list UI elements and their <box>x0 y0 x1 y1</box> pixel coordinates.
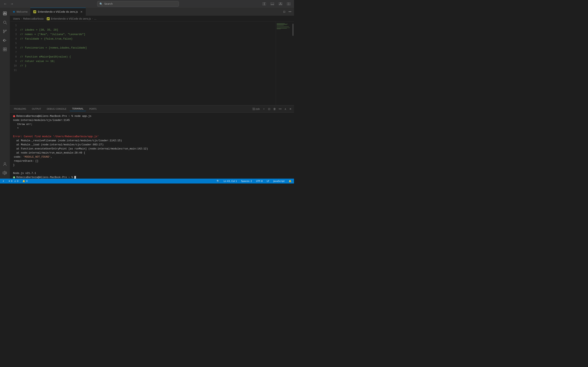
terminal-line-9: at node:internal/main/run_main_module:28… <box>13 151 291 155</box>
search-bar[interactable]: 🔍 Search <box>97 1 179 7</box>
split-editor-button[interactable]: ⊡ <box>282 9 287 14</box>
svg-rect-6 <box>279 4 282 5</box>
editor-container: 1 2 // idades = [30, 35, 28] 3 // nomes … <box>10 22 294 105</box>
activity-bar <box>0 8 10 179</box>
terminal-shell-selector[interactable]: ⬛ zsh <box>251 107 260 111</box>
sidebar-item-source-control[interactable] <box>1 27 9 35</box>
info-icon: 🔔 <box>22 180 25 183</box>
tab-active-file[interactable]: JS Entendendo o VSCode do zero.js ✕ <box>30 8 86 16</box>
terminal-line-5: Error: Cannot find module '/Users/Rebecc… <box>13 134 291 139</box>
layout-btn-3[interactable] <box>278 1 283 7</box>
layout-btn-4[interactable] <box>286 1 292 7</box>
ok-dot <box>13 176 15 178</box>
terminal-line-0: RebeccaBarboza@Allens-MacBook-Pro ~ % no… <box>13 114 291 118</box>
svg-rect-3 <box>271 4 274 5</box>
search-placeholder: Search <box>104 2 113 5</box>
sidebar-item-extensions[interactable] <box>1 45 9 53</box>
status-encoding[interactable]: UTF-8 <box>255 180 263 183</box>
tab-ports[interactable]: PORTS <box>87 107 99 111</box>
code-line-4: 4 // faculdade = {false,true,false} <box>10 37 276 41</box>
nav-back-button[interactable]: ← <box>2 1 8 7</box>
terminal-line-11: requireStack: [] <box>13 159 291 163</box>
svg-point-13 <box>3 21 6 24</box>
error-icon: ✕ <box>8 180 10 183</box>
search-icon: 🔍 <box>99 2 103 6</box>
main-content: ❖ Welcome JS Entendendo o VSCode do zero… <box>10 8 294 179</box>
code-line-10: 10 // } <box>10 64 276 68</box>
breadcrumb-dots[interactable]: ... <box>94 17 96 20</box>
panel: PROBLEMS OUTPUT DEBUG CONSOLE TERMINAL P… <box>10 105 294 179</box>
bell-icon: 🔔 <box>289 180 292 183</box>
svg-rect-23 <box>5 48 7 49</box>
info-count: 0 <box>26 180 27 183</box>
svg-rect-0 <box>263 2 264 5</box>
panel-maximize-button[interactable]: ∧ <box>284 107 287 111</box>
tab-active-filename: Entendendo o VSCode do zero.js <box>38 10 78 13</box>
terminal-line-7: at Module._load (node:internal/modules/c… <box>13 143 291 147</box>
status-errors[interactable]: ✕ 0 ⚠ 0 <box>8 180 19 183</box>
editor-area[interactable]: 1 2 // idades = [30, 35, 28] 3 // nomes … <box>10 22 276 105</box>
svg-marker-19 <box>4 39 6 42</box>
breadcrumb-filename[interactable]: Entendendo o VSCode do zero.js <box>51 17 91 20</box>
svg-rect-5 <box>281 2 282 4</box>
nav-forward-button[interactable]: → <box>9 1 15 7</box>
svg-point-26 <box>4 162 6 164</box>
tab-output[interactable]: OUTPUT <box>29 107 43 111</box>
breadcrumb-users[interactable]: Users <box>13 17 20 20</box>
terminal-line-4 <box>13 131 291 134</box>
line-ending-label: LF <box>267 180 269 183</box>
svg-point-15 <box>3 30 4 31</box>
breadcrumb: Users › RebeccaBarboza › JS Entendendo o… <box>10 16 294 22</box>
svg-rect-24 <box>3 50 5 51</box>
zoom-icon: 🔍 <box>217 180 219 183</box>
tab-debug-console[interactable]: DEBUG CONSOLE <box>44 107 69 111</box>
terminal-line-6: at Module._resolveFilename (node:interna… <box>13 139 291 143</box>
terminal-content[interactable]: RebeccaBarboza@Allens-MacBook-Pro ~ % no… <box>10 113 294 179</box>
sidebar-item-settings[interactable] <box>1 169 9 177</box>
layout-btn-1[interactable] <box>261 1 267 7</box>
titlebar-left: ← → <box>2 1 15 7</box>
status-line-ending[interactable]: LF <box>266 180 270 183</box>
breadcrumb-rebecca[interactable]: RebeccaBarboza <box>23 17 44 20</box>
panel-actions: ⬛ zsh ＋ ⊡ 🗑 ••• ∧ ✕ <box>251 107 292 111</box>
warning-count: 0 <box>17 180 18 183</box>
svg-rect-1 <box>264 2 266 5</box>
status-zoom[interactable]: 🔍 <box>216 180 220 183</box>
status-info[interactable]: 🔔 0 <box>22 180 28 183</box>
layout-btn-2[interactable] <box>269 1 275 7</box>
svg-rect-10 <box>3 12 5 14</box>
code-line-3: 3 // nomes = ["Ana", "Juliana", "Leonard… <box>10 32 276 37</box>
tab-problems[interactable]: PROBLEMS <box>11 107 29 111</box>
sidebar-item-search[interactable] <box>1 18 9 26</box>
code-line-9: 9 // retunr value >= 10; <box>10 59 276 64</box>
status-spaces[interactable]: Spaces: 2 <box>240 180 253 183</box>
code-line-8: 8 // function eMaiorQue10(value) { <box>10 55 276 59</box>
terminal-kill-button[interactable]: 🗑 <box>272 107 277 111</box>
sidebar-item-accounts[interactable] <box>1 160 9 168</box>
terminal-line-1: node:internal/modules/cjs/loader:1145 <box>13 118 291 122</box>
code-line-6: 6 // funcionarios = [nomes,idades,faculd… <box>10 46 276 50</box>
status-cursor[interactable]: Ln 43, Col 1 <box>223 180 238 183</box>
terminal-split-button[interactable]: ⊡ <box>267 107 271 111</box>
new-terminal-button[interactable]: ＋ <box>262 107 266 111</box>
app-body: ❖ Welcome JS Entendendo o VSCode do zero… <box>0 8 294 179</box>
status-notifications[interactable]: 🔔 <box>288 180 292 183</box>
terminal-line-3: ^ <box>13 126 291 131</box>
status-language[interactable]: JavaScript <box>273 180 285 183</box>
tab-close-button[interactable]: ✕ <box>80 10 83 13</box>
terminal-line-13 <box>13 167 291 171</box>
nav-buttons: ← → <box>2 1 15 7</box>
svg-rect-2 <box>271 2 274 4</box>
tab-welcome[interactable]: ❖ Welcome <box>10 8 30 16</box>
more-actions-button[interactable]: ••• <box>287 9 292 14</box>
panel-more-button[interactable]: ••• <box>278 107 282 111</box>
spaces-label: Spaces: 2 <box>241 180 252 183</box>
remote-icon: ⚡ <box>2 180 4 183</box>
panel-close-button[interactable]: ✕ <box>288 107 292 111</box>
sidebar-item-run[interactable] <box>1 36 9 44</box>
editor-scrollbar[interactable] <box>292 22 294 105</box>
tab-terminal[interactable]: TERMINAL <box>70 107 86 111</box>
terminal-line-2: throw err; <box>13 122 291 126</box>
status-remote[interactable]: ⚡ <box>2 180 5 183</box>
sidebar-item-explorer[interactable] <box>1 9 9 17</box>
